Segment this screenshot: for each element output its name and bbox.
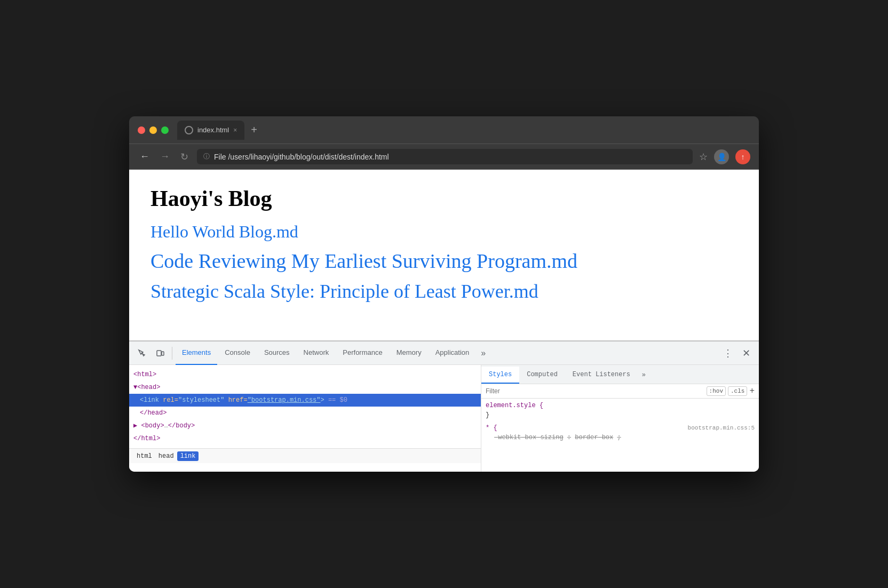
style-val-border-box: border-box	[575, 434, 613, 441]
breadcrumb-bar: html head link	[129, 448, 481, 463]
address-bar: ← → ↻ ⓘ File /users/lihaoyi/github/blog/…	[129, 144, 759, 170]
page-title: Haoyi's Blog	[150, 186, 738, 211]
styles-more-tabs[interactable]: »	[638, 367, 650, 384]
close-button[interactable]	[138, 126, 145, 134]
styles-tab-computed[interactable]: Computed	[519, 367, 565, 384]
element-body[interactable]: ▶ <body>…</body>	[129, 419, 481, 432]
blog-link-2[interactable]: Code Reviewing My Earliest Surviving Pro…	[150, 249, 738, 273]
browser-tab[interactable]: index.html ×	[177, 121, 244, 140]
devtools-menu-button[interactable]: ⋮	[719, 345, 736, 362]
element-link[interactable]: <link rel="stylesheet" href="bootstrap.m…	[129, 394, 481, 407]
tab-title: index.html	[197, 126, 229, 134]
blog-link-3[interactable]: Strategic Scala Style: Principle of Leas…	[150, 280, 738, 303]
element-head-close[interactable]: </head>	[129, 407, 481, 419]
devtools-body: <html> ▼<head> <link rel="stylesheet" hr…	[129, 365, 759, 472]
style-source-file[interactable]: bootstrap.min.css:5	[688, 423, 755, 433]
devtools-close-button[interactable]: ✕	[738, 345, 755, 362]
minimize-button[interactable]	[149, 126, 157, 134]
tab-performance[interactable]: Performance	[336, 341, 388, 365]
tab-sources[interactable]: Sources	[258, 341, 296, 365]
tab-favicon	[185, 126, 193, 134]
profile-avatar[interactable]: 👤	[714, 149, 729, 164]
maximize-button[interactable]	[161, 126, 169, 134]
styles-panel: Styles Computed Event Listeners » :hov	[481, 365, 759, 472]
tab-network[interactable]: Network	[297, 341, 336, 365]
page-content: Haoyi's Blog Hello World Blog.md Code Re…	[129, 170, 759, 340]
element-html-close[interactable]: </html>	[129, 432, 481, 445]
title-bar: index.html × +	[129, 116, 759, 144]
bookmark-button[interactable]: ☆	[699, 151, 708, 163]
breadcrumb-html[interactable]: html	[133, 451, 155, 461]
browser-window: index.html × + ← → ↻ ⓘ File /users/lihao…	[129, 116, 759, 472]
style-selector-element: element.style {	[486, 402, 543, 409]
address-text: File /users/lihaoyi/github/blog/out/dist…	[214, 153, 389, 161]
elements-content: <html> ▼<head> <link rel="stylesheet" hr…	[129, 365, 481, 448]
forward-button[interactable]: →	[158, 149, 172, 164]
styles-tab-styles[interactable]: Styles	[481, 367, 519, 384]
styles-content: element.style { } * { bootstrap.min.css:…	[481, 399, 759, 448]
devtools-panel: Elements Console Sources Network Perform…	[129, 340, 759, 472]
styles-tabs: Styles Computed Event Listeners »	[481, 365, 759, 384]
more-tabs-button[interactable]: »	[477, 348, 490, 358]
style-rule-universal: * { bootstrap.min.css:5 -webkit-box-sizi…	[486, 423, 755, 442]
toolbar-divider	[172, 347, 172, 360]
style-rule-element: element.style { }	[486, 401, 755, 420]
svg-rect-1	[162, 352, 164, 355]
address-input[interactable]: ⓘ File /users/lihaoyi/github/blog/out/di…	[197, 149, 693, 164]
blog-link-1[interactable]: Hello World Blog.md	[150, 222, 738, 242]
devtools-toolbar: Elements Console Sources Network Perform…	[129, 341, 759, 365]
svg-rect-0	[157, 351, 161, 356]
back-button[interactable]: ←	[138, 149, 152, 164]
style-prop-webkit-box-sizing: -webkit-box-sizing	[494, 434, 564, 441]
tab-memory[interactable]: Memory	[390, 341, 428, 365]
filter-cls-button[interactable]: .cls	[728, 386, 747, 396]
filter-bar: :hov .cls +	[481, 384, 759, 399]
tab-application[interactable]: Application	[429, 341, 476, 365]
filter-hov-button[interactable]: :hov	[707, 386, 726, 396]
new-tab-button[interactable]: +	[251, 124, 257, 136]
element-head-open[interactable]: ▼<head>	[129, 381, 481, 394]
tab-console[interactable]: Console	[218, 341, 257, 365]
extension-button[interactable]: ↑	[735, 149, 750, 164]
inspect-element-button[interactable]	[133, 345, 150, 362]
elements-panel: <html> ▼<head> <link rel="stylesheet" hr…	[129, 365, 481, 472]
tab-close-button[interactable]: ×	[233, 126, 237, 134]
styles-tab-event-listeners[interactable]: Event Listeners	[565, 367, 638, 384]
filter-plus-button[interactable]: +	[749, 386, 755, 396]
element-html[interactable]: <html>	[129, 368, 481, 381]
lock-icon: ⓘ	[203, 152, 210, 161]
styles-filter-input[interactable]	[486, 387, 704, 395]
reload-button[interactable]: ↻	[178, 149, 191, 165]
style-selector-universal: * {	[486, 424, 497, 432]
tab-elements[interactable]: Elements	[176, 341, 217, 365]
traffic-lights	[138, 126, 169, 134]
breadcrumb-link[interactable]: link	[177, 451, 199, 461]
breadcrumb-head[interactable]: head	[155, 451, 177, 461]
device-toolbar-button[interactable]	[152, 345, 169, 362]
